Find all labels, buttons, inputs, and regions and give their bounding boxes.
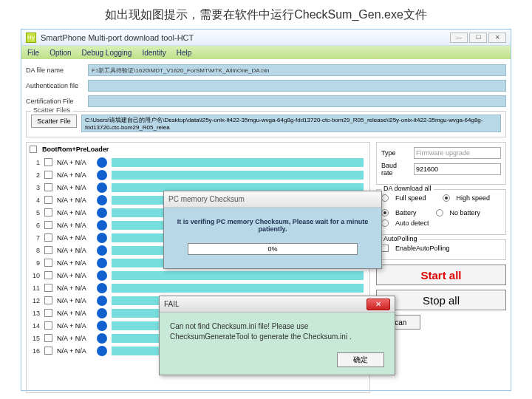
port-number: 6 (30, 222, 40, 229)
menu-bar: File Option Debug Logging Identity Help (21, 46, 511, 59)
no-battery-radio[interactable] (436, 209, 443, 216)
port-number: 16 (30, 347, 40, 355)
port-number: 14 (30, 322, 40, 330)
full-speed-label: Full speed (395, 194, 426, 202)
port-row: 2N/A + N/A (30, 168, 366, 181)
menu-help[interactable]: Help (177, 49, 192, 57)
high-speed-radio[interactable] (443, 194, 450, 202)
port-checkbox[interactable] (44, 284, 52, 292)
high-speed-label: High speed (457, 194, 491, 202)
titlebar: Hy SmartPhone Multi-port download tool-H… (21, 30, 511, 46)
port-checkbox[interactable] (44, 221, 52, 229)
scatter-file-button[interactable]: Scatter File (31, 115, 77, 128)
port-checkbox[interactable] (44, 309, 52, 317)
port-checkbox[interactable] (44, 233, 52, 242)
menu-identity[interactable]: Identity (142, 49, 166, 57)
maximize-button[interactable]: ☐ (469, 33, 487, 43)
menu-option[interactable]: Option (50, 49, 71, 57)
fail-dialog: FAIL ✕ Can not find Checksum.ini file! P… (159, 296, 395, 375)
port-value: N/A + N/A (57, 284, 92, 292)
menu-file[interactable]: File (27, 49, 39, 57)
port-checkbox[interactable] (44, 259, 52, 267)
checksum-progress: 0% (188, 243, 358, 255)
status-dot-icon (97, 283, 107, 293)
port-number: 9 (30, 259, 40, 267)
progress-bar (112, 171, 364, 180)
fail-dialog-title: FAIL (164, 300, 180, 308)
port-checkbox[interactable] (44, 347, 52, 355)
port-checkbox[interactable] (44, 171, 52, 179)
progress-bar (112, 284, 364, 293)
da-file-field[interactable]: F:\新工具待验证\1620\MDT_V1620_ForSMT\MTK_AllI… (88, 64, 506, 76)
da-download-legend: DA download all (381, 185, 434, 192)
stop-all-button[interactable]: Stop all (376, 290, 506, 310)
type-group: Type Baud rate (376, 142, 506, 185)
minimize-button[interactable]: — (450, 33, 468, 43)
status-dot-icon (97, 157, 107, 168)
baud-label: Baud rate (381, 162, 409, 177)
auto-detect-label: Auto detect (395, 219, 429, 227)
autopolling-label: EnableAutoPolling (395, 245, 450, 252)
cert-file-field[interactable] (88, 95, 506, 107)
close-button[interactable]: ✕ (488, 33, 506, 43)
port-checkbox[interactable] (44, 296, 52, 304)
port-checkbox[interactable] (44, 196, 52, 204)
port-checkbox[interactable] (44, 321, 52, 330)
full-speed-radio[interactable] (381, 194, 389, 202)
menu-debug[interactable]: Debug Logging (82, 49, 132, 57)
status-dot-icon (97, 296, 107, 306)
app-icon: Hy (26, 33, 36, 43)
auto-detect-radio[interactable] (381, 219, 389, 227)
auth-file-field[interactable] (88, 80, 506, 92)
bootrom-checkbox[interactable] (30, 146, 37, 153)
status-dot-icon (97, 170, 107, 180)
port-value: N/A + N/A (57, 159, 92, 166)
status-dot-icon (97, 308, 107, 318)
port-number: 12 (30, 297, 40, 304)
battery-label: Battery (395, 209, 417, 216)
start-all-button[interactable]: Start all (376, 265, 506, 285)
scatter-path-field[interactable]: C:\Users\请填建自己的用户名\Desktop\data\l25y-oni… (81, 115, 501, 132)
scatter-legend: Scatter Files (31, 106, 72, 114)
checksum-dialog-message: It is verifing PC memory Checksum, Pleas… (171, 218, 374, 233)
checksum-dialog: PC memory Checksum It is verifing PC mem… (163, 191, 382, 269)
port-value: N/A + N/A (57, 335, 92, 342)
cert-file-label: Certification File (26, 98, 88, 105)
port-checkbox[interactable] (44, 334, 52, 342)
port-number: 5 (30, 209, 40, 216)
port-value: N/A + N/A (57, 347, 92, 355)
status-dot-icon (97, 220, 107, 231)
port-value: N/A + N/A (57, 247, 92, 254)
checksum-dialog-title: PC memory Checksum (164, 191, 381, 208)
port-checkbox[interactable] (44, 158, 52, 166)
port-row: 10N/A + N/A (30, 269, 366, 282)
port-checkbox[interactable] (44, 246, 52, 254)
port-number: 1 (30, 159, 40, 166)
port-checkbox[interactable] (44, 183, 52, 191)
port-value: N/A + N/A (57, 297, 92, 304)
port-value: N/A + N/A (57, 171, 92, 179)
port-number: 10 (30, 272, 40, 279)
status-dot-icon (97, 183, 107, 193)
port-value: N/A + N/A (57, 222, 92, 229)
port-value: N/A + N/A (57, 272, 92, 279)
type-select[interactable] (414, 147, 501, 159)
progress-bar (112, 271, 364, 280)
progress-bar (112, 158, 364, 167)
status-dot-icon (97, 245, 107, 256)
port-row: 11N/A + N/A (30, 282, 366, 294)
fail-dialog-close-button[interactable]: ✕ (366, 299, 390, 310)
port-number: 15 (30, 335, 40, 342)
port-checkbox[interactable] (44, 208, 52, 216)
fail-dialog-ok-button[interactable]: 确定 (337, 352, 384, 367)
fail-dialog-message: Can not find Checksum.ini file! Please u… (170, 321, 384, 342)
port-number: 7 (30, 234, 40, 242)
baud-select[interactable] (414, 163, 501, 175)
port-value: N/A + N/A (57, 184, 92, 191)
battery-radio[interactable] (381, 209, 389, 216)
status-dot-icon (97, 270, 107, 281)
port-number: 11 (30, 284, 40, 292)
port-checkbox[interactable] (44, 271, 52, 279)
da-file-label: DA file name (26, 66, 88, 74)
autopolling-checkbox[interactable] (381, 245, 389, 252)
